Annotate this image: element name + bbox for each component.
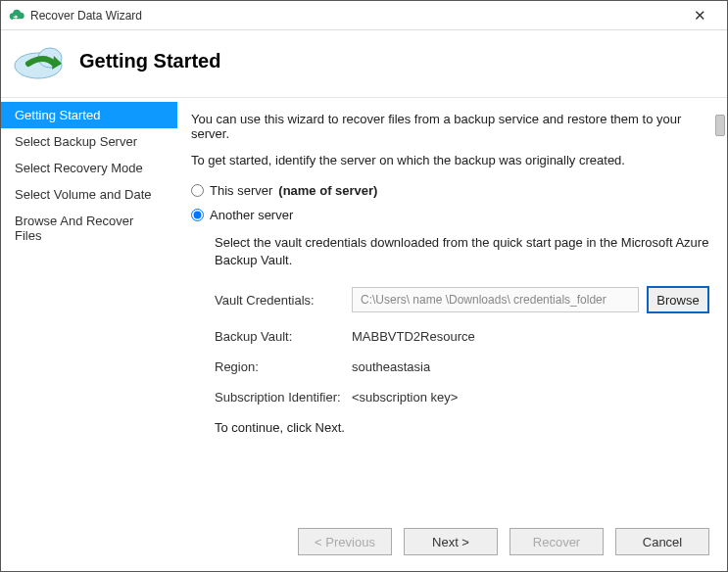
sidebar-item-3[interactable]: Select Volume and Date (1, 181, 177, 208)
sidebar-item-2[interactable]: Select Recovery Mode (1, 155, 177, 181)
window-title: Recover Data Wizard (30, 9, 680, 23)
content-pane: You can use this wizard to recover files… (177, 98, 727, 571)
backup-vault-label: Backup Vault: (215, 329, 352, 344)
radio-another-server-input[interactable] (191, 209, 204, 221)
radio-this-server-label: This server (210, 183, 272, 198)
radio-another-server-label: Another server (210, 208, 293, 222)
radio-this-server[interactable]: This server (name of server) (191, 183, 709, 198)
sidebar-item-0[interactable]: Getting Started (1, 102, 177, 128)
page-title: Getting Started (79, 50, 220, 72)
scrollbar-thumb[interactable] (715, 115, 725, 136)
radio-this-server-input[interactable] (191, 184, 204, 197)
browse-button[interactable]: Browse (647, 286, 709, 313)
backup-vault-value: MABBVTD2Resource (352, 329, 709, 344)
intro-text: You can use this wizard to recover files… (191, 112, 709, 141)
vault-credentials-row: Vault Credentials: Browse (215, 286, 709, 313)
vault-cred-input[interactable] (352, 287, 639, 312)
cancel-button[interactable]: Cancel (615, 528, 709, 555)
close-icon[interactable]: ✕ (680, 7, 719, 24)
sidebar-item-1[interactable]: Select Backup Server (1, 128, 177, 155)
footer-buttons: < Previous Next > Recover Cancel (298, 528, 709, 555)
app-cloud-icon (9, 8, 24, 24)
region-label: Region: (215, 359, 352, 374)
radio-another-server[interactable]: Another server (191, 208, 709, 222)
subscription-row: Subscription Identifier: <subscription k… (215, 390, 709, 405)
subscription-value: <subscription key> (352, 390, 709, 405)
header: Getting Started (1, 30, 727, 97)
recover-button: Recover (510, 528, 604, 555)
next-button[interactable]: Next > (404, 528, 498, 555)
titlebar: Recover Data Wizard ✕ (1, 1, 727, 30)
sidebar-item-4[interactable]: Browse And Recover Files (1, 208, 177, 249)
header-cloud-icon (11, 36, 70, 85)
vault-hint: Select the vault credentials downloaded … (215, 234, 709, 268)
another-server-block: Select the vault credentials downloaded … (215, 234, 709, 435)
previous-button: < Previous (298, 528, 392, 555)
wizard-window: Recover Data Wizard ✕ Getting Started Ge… (0, 0, 728, 572)
identify-text: To get started, identify the server on w… (191, 153, 709, 167)
vault-cred-label: Vault Credentials: (215, 293, 352, 308)
sidebar: Getting StartedSelect Backup ServerSelec… (1, 98, 177, 571)
subscription-label: Subscription Identifier: (215, 390, 352, 405)
region-row: Region: southeastasia (215, 359, 709, 374)
backup-vault-row: Backup Vault: MABBVTD2Resource (215, 329, 709, 344)
continue-hint: To continue, click Next. (215, 420, 709, 435)
body: Getting StartedSelect Backup ServerSelec… (1, 97, 727, 571)
radio-this-server-extra: (name of server) (278, 183, 377, 198)
region-value: southeastasia (352, 359, 709, 374)
